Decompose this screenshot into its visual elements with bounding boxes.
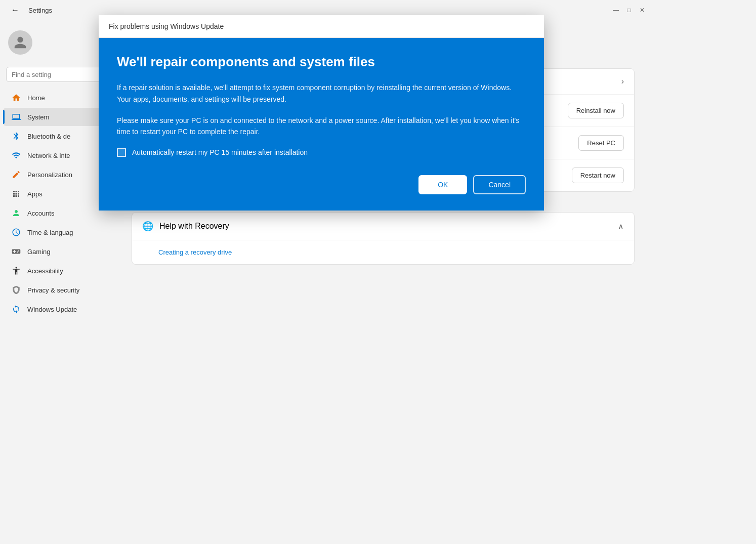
dialog-paragraph1: If a repair solution is available, we'll… <box>117 82 526 105</box>
home-icon <box>11 93 21 103</box>
dialog-checkbox-row: Automatically restart my PC 15 minutes a… <box>117 148 526 157</box>
close-button[interactable]: ✕ <box>638 6 647 15</box>
sidebar-item-network[interactable]: Network & inte <box>3 146 108 164</box>
network-icon <box>11 150 21 160</box>
dialog: Fix problems using Windows Update We'll … <box>99 15 544 211</box>
support-card: 🌐 Help with Recovery ∧ Creating a recove… <box>132 212 635 265</box>
accounts-icon <box>11 208 21 218</box>
dialog-title: We'll repair components and system files <box>117 54 526 70</box>
dialog-paragraph2: Please make sure your PC is on and conne… <box>117 115 526 138</box>
personalization-icon <box>11 170 21 180</box>
sidebar-item-system[interactable]: System <box>3 108 108 126</box>
creating-recovery-drive-link[interactable]: Creating a recovery drive <box>158 248 232 256</box>
reset-pc-button[interactable]: Reset PC <box>578 135 624 151</box>
app-title: Settings <box>28 7 52 14</box>
dialog-header: Fix problems using Windows Update <box>99 15 544 38</box>
sidebar: 🔍 Home System Bluetooth & de Network <box>0 20 111 443</box>
sidebar-item-time[interactable]: Time & languag <box>3 223 108 241</box>
back-button[interactable]: ← <box>8 3 22 17</box>
fix-problems-chevron: › <box>621 77 624 86</box>
sidebar-item-gaming[interactable]: Gaming <box>3 242 108 261</box>
restart-now-button[interactable]: Restart now <box>572 168 624 183</box>
system-icon <box>11 112 21 122</box>
time-icon <box>11 227 21 237</box>
sidebar-item-windows-update[interactable]: Windows Update <box>3 300 108 318</box>
sidebar-item-apps[interactable]: Apps <box>3 185 108 203</box>
gaming-icon <box>11 246 21 257</box>
search-input[interactable] <box>12 71 97 78</box>
auto-restart-checkbox[interactable] <box>117 148 126 157</box>
help-recovery-row[interactable]: 🌐 Help with Recovery ∧ <box>132 213 634 240</box>
sidebar-item-accessibility[interactable]: Accessibility <box>3 262 108 280</box>
globe-icon: 🌐 <box>142 221 153 232</box>
avatar <box>8 30 32 55</box>
sidebar-item-privacy[interactable]: Privacy & security <box>3 281 108 299</box>
accessibility-icon <box>11 266 21 276</box>
help-recovery-label: Help with Recovery <box>159 222 229 231</box>
sidebar-item-bluetooth[interactable]: Bluetooth & de <box>3 127 108 145</box>
search-box[interactable]: 🔍 <box>6 67 105 82</box>
avatar-section <box>0 24 111 61</box>
sidebar-item-home[interactable]: Home <box>3 89 108 107</box>
privacy-icon <box>11 285 21 295</box>
bluetooth-icon <box>11 131 21 141</box>
cancel-button[interactable]: Cancel <box>473 175 526 194</box>
reinstall-button[interactable]: Reinstall now <box>568 103 624 118</box>
dialog-body: We'll repair components and system files… <box>99 38 544 211</box>
help-recovery-chevron: ∧ <box>618 222 624 231</box>
update-icon <box>11 304 21 314</box>
dialog-buttons: OK Cancel <box>117 175 526 194</box>
creating-recovery-drive-row[interactable]: Creating a recovery drive <box>132 240 634 264</box>
auto-restart-label[interactable]: Automatically restart my PC 15 minutes a… <box>132 148 308 156</box>
sidebar-item-accounts[interactable]: Accounts <box>3 204 108 222</box>
ok-button[interactable]: OK <box>418 175 467 194</box>
maximize-button[interactable]: □ <box>624 6 634 15</box>
apps-icon <box>11 189 21 199</box>
sidebar-item-personalization[interactable]: Personalization <box>3 165 108 184</box>
minimize-button[interactable]: — <box>611 6 620 15</box>
